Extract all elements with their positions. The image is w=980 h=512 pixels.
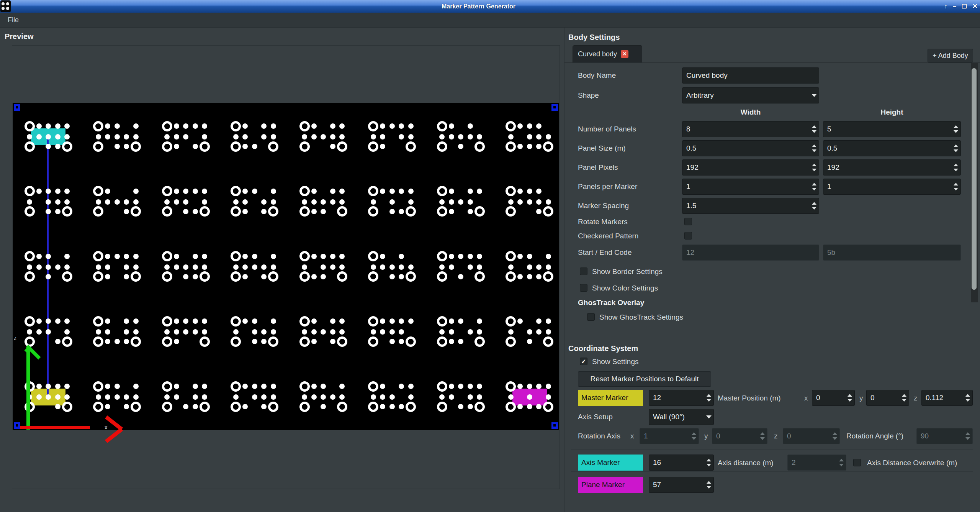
reset-marker-positions-button[interactable]: Reset Marker Positions to Default (578, 371, 711, 387)
marker-spacing-input[interactable] (682, 198, 809, 213)
marker-ring-dot (200, 402, 210, 412)
minimize-icon[interactable]: – (953, 3, 956, 10)
panel-pixels-width-input[interactable] (682, 160, 809, 175)
panels-per-marker-width-field[interactable] (682, 179, 819, 195)
spinner-icons[interactable] (704, 455, 713, 470)
marker-spacing-field[interactable] (682, 198, 819, 214)
scrollbar-thumb[interactable] (972, 68, 977, 290)
spinner-icons[interactable] (809, 198, 819, 213)
body-name-label: Body Name (578, 71, 616, 80)
close-icon[interactable]: ✕ (972, 3, 978, 10)
number-of-panels-height-input[interactable] (823, 121, 951, 137)
panels-per-marker-width-input[interactable] (682, 179, 809, 194)
show-color-settings-checkbox[interactable] (580, 284, 587, 292)
rotation-angle-input[interactable] (917, 428, 963, 444)
spinner-icons[interactable] (951, 160, 960, 175)
axis-marker-field[interactable] (649, 455, 714, 471)
spinner-icons[interactable] (704, 390, 713, 405)
spinner-icons[interactable] (836, 455, 846, 470)
plane-marker-input[interactable] (649, 477, 704, 492)
marker-dot (439, 134, 445, 139)
spinner-icons[interactable] (845, 390, 854, 405)
start-code-input[interactable] (682, 245, 819, 260)
canvas-handle-top-right[interactable] (551, 104, 558, 111)
marker-dot (55, 339, 61, 344)
add-body-button[interactable]: + Add Body (928, 49, 973, 62)
marker-dot (477, 318, 482, 324)
panel-size-width-input[interactable] (682, 141, 809, 156)
canvas-handle-bottom-left[interactable] (14, 422, 20, 429)
master-position-x-input[interactable] (812, 390, 845, 405)
rotation-axis-x-field[interactable] (640, 428, 699, 444)
panels-per-marker-height-field[interactable] (823, 179, 961, 195)
menu-file[interactable]: File (2, 16, 24, 24)
tab-curved-body[interactable]: Curved body ✕ (573, 45, 642, 62)
panel-pixels-height-field[interactable] (823, 159, 961, 176)
marker-canvas[interactable]: z x (13, 103, 559, 430)
marker-dot (339, 394, 345, 400)
canvas-handle-top-left[interactable] (14, 104, 20, 111)
master-position-y-field[interactable] (866, 390, 909, 406)
spinner-icons[interactable] (951, 121, 960, 137)
master-position-z-input[interactable] (922, 390, 963, 405)
rotation-axis-z-input[interactable] (783, 428, 830, 444)
settings-scrollbar[interactable] (971, 63, 978, 302)
marker-dot (55, 394, 61, 400)
axis-distance-overwrite-checkbox[interactable] (853, 459, 861, 466)
master-position-x-field[interactable] (812, 390, 855, 406)
spinner-icons[interactable] (830, 428, 839, 444)
number-of-panels-height-field[interactable] (823, 121, 961, 137)
body-name-input[interactable] (682, 68, 819, 83)
tab-close-icon[interactable]: ✕ (621, 50, 628, 58)
master-marker-field[interactable] (649, 390, 714, 406)
panel-size-height-input[interactable] (823, 141, 951, 156)
axis-distance-input[interactable] (788, 455, 836, 470)
panel-size-height-field[interactable] (823, 140, 961, 156)
plane-marker-field[interactable] (649, 477, 714, 493)
spinner-icons[interactable] (757, 428, 767, 444)
rotation-angle-field[interactable] (916, 428, 973, 444)
axis-marker-input[interactable] (649, 455, 704, 470)
spinner-icons[interactable] (951, 141, 960, 156)
shape-dropdown[interactable]: Arbitrary (682, 87, 819, 103)
master-position-y-input[interactable] (867, 390, 899, 405)
axis-distance-field[interactable] (787, 455, 846, 471)
canvas-handle-bottom-right[interactable] (551, 422, 558, 429)
spinner-icons[interactable] (963, 428, 972, 444)
spinner-icons[interactable] (689, 428, 699, 444)
menu-bar: File (0, 13, 980, 28)
rotation-axis-z-field[interactable] (783, 428, 840, 444)
body-name-field[interactable] (682, 67, 819, 84)
number-of-panels-width-field[interactable] (682, 121, 819, 137)
end-code-input[interactable] (823, 245, 960, 260)
spinner-icons[interactable] (809, 160, 819, 175)
panels-per-marker-height-input[interactable] (823, 179, 951, 194)
rotation-axis-y-input[interactable] (712, 428, 757, 444)
checkered-pattern-checkbox[interactable] (684, 232, 692, 240)
spinner-icons[interactable] (963, 390, 972, 405)
master-position-z-field[interactable] (921, 390, 973, 406)
spinner-icons[interactable] (809, 179, 819, 194)
panel-pixels-height-input[interactable] (823, 160, 951, 175)
show-border-settings-checkbox[interactable] (580, 267, 587, 275)
end-code-field[interactable] (823, 245, 961, 261)
show-ghostrack-settings-checkbox[interactable] (587, 313, 595, 321)
spinner-icons[interactable] (951, 179, 960, 194)
marker-ring-dot (268, 271, 278, 282)
axis-setup-dropdown[interactable]: Wall (90°) (649, 409, 714, 425)
spinner-icons[interactable] (899, 390, 909, 405)
shade-window-icon[interactable]: ↑ (944, 3, 947, 10)
spinner-icons[interactable] (809, 141, 819, 156)
start-code-field[interactable] (682, 245, 819, 261)
master-marker-input[interactable] (649, 390, 704, 405)
rotation-axis-y-field[interactable] (712, 428, 767, 444)
rotate-markers-checkbox[interactable] (684, 218, 692, 225)
rotation-axis-x-input[interactable] (640, 428, 689, 444)
spinner-icons[interactable] (809, 121, 819, 137)
maximize-icon[interactable]: ❐ (962, 3, 967, 9)
spinner-icons[interactable] (704, 477, 713, 492)
panel-pixels-width-field[interactable] (682, 159, 819, 176)
panel-size-width-field[interactable] (682, 140, 819, 156)
show-settings-checkbox[interactable]: ✓ (580, 358, 587, 365)
number-of-panels-width-input[interactable] (682, 121, 809, 137)
